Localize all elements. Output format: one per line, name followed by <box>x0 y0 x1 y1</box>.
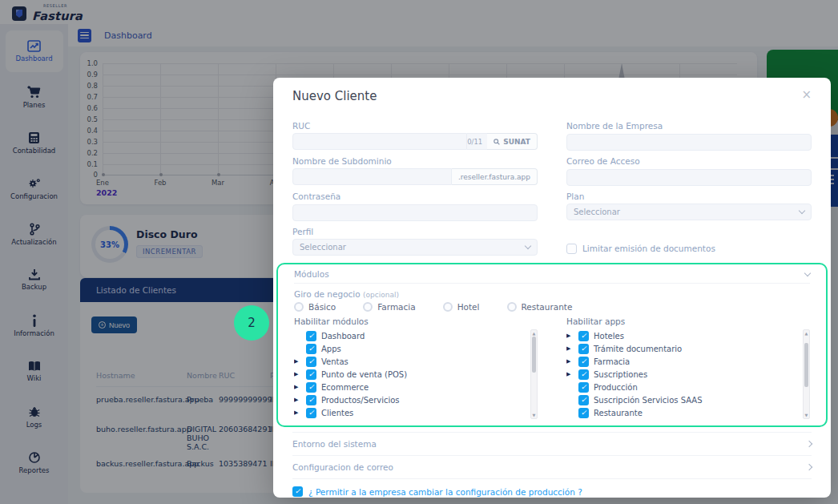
limitar-checkbox[interactable] <box>566 244 577 254</box>
app-checkbox[interactable]: ✓ <box>578 408 589 418</box>
chevron-right-icon <box>806 464 812 470</box>
limitar-label: Limitar emisión de documentos <box>582 244 715 253</box>
subdominio-label: Nombre de Subdominio <box>292 156 538 166</box>
correo-input[interactable] <box>566 169 812 186</box>
modules-section-highlight: Módulos Giro de negocio (opcional) Básic… <box>276 263 828 427</box>
apps-column: Habilitar apps ▶✓Hoteles ▶✓Trámite docum… <box>566 317 810 419</box>
apps-tree: ▶✓Hoteles ▶✓Trámite documentario ▶✓Farma… <box>566 329 810 419</box>
modules-scrollbar[interactable]: ▲▼ <box>530 329 538 419</box>
perfil-label: Perfil <box>292 227 538 236</box>
expand-icon[interactable]: ▶ <box>294 358 301 365</box>
search-icon <box>494 139 500 145</box>
scroll-thumb[interactable] <box>804 343 808 387</box>
modules-column-title: Habilitar módulos <box>294 317 538 326</box>
perfil-select[interactable]: Seleccionar <box>292 239 538 256</box>
produccion-checkbox[interactable]: ✓ <box>292 486 303 497</box>
modules-column: Habilitar módulos ▶✓Dashboard ▶✓Apps ▶✓V… <box>294 317 538 419</box>
section-correo[interactable]: Configuracion de correo <box>292 455 812 478</box>
ruc-label: RUC <box>292 121 538 131</box>
app-checkbox[interactable]: ✓ <box>578 331 589 341</box>
chevron-down-icon <box>804 269 811 276</box>
module-checkbox[interactable]: ✓ <box>306 357 316 367</box>
subdominio-field: Nombre de Subdominio .reseller.fastura.a… <box>292 156 538 186</box>
radio-icon <box>294 302 304 312</box>
app-checkbox[interactable]: ✓ <box>578 344 589 354</box>
ruc-input[interactable] <box>292 133 467 150</box>
apps-scrollbar[interactable]: ▲▼ <box>803 329 810 419</box>
subdominio-input[interactable] <box>292 168 452 185</box>
giro-options: Básico Farmacia Hotel Restaurante <box>294 302 810 312</box>
radio-icon <box>507 302 517 312</box>
correo-field: Correo de Acceso <box>566 156 812 186</box>
produccion-label: ¿ Permitir a la empresa cambiar la confi… <box>308 487 582 497</box>
expand-icon[interactable]: ▶ <box>566 345 574 352</box>
expand-icon[interactable]: ▶ <box>294 371 301 377</box>
expand-icon[interactable]: ▶ <box>294 409 301 416</box>
app-checkbox[interactable]: ✓ <box>578 369 589 380</box>
expand-icon[interactable]: ▶ <box>294 397 301 403</box>
plan-label: Plan <box>566 192 812 201</box>
radio-hotel[interactable]: Hotel <box>443 302 480 312</box>
tour-step-badge: 2 <box>234 305 269 341</box>
module-checkbox[interactable]: ✓ <box>306 344 316 354</box>
expand-icon[interactable]: ▶ <box>566 333 574 339</box>
modal-title: Nuevo Cliente <box>292 89 377 103</box>
apps-column-title: Habilitar apps <box>566 317 810 326</box>
new-client-modal: Nuevo Cliente × RUC 0/11 SUNAT Nombre de… <box>273 78 831 498</box>
modules-section-header[interactable]: Módulos <box>294 269 810 284</box>
module-checkbox[interactable]: ✓ <box>306 408 316 418</box>
plan-select[interactable]: Seleccionar <box>566 204 812 220</box>
contrasena-label: Contraseña <box>292 192 538 201</box>
expand-icon[interactable]: ▶ <box>566 358 574 365</box>
scroll-down-icon[interactable]: ▼ <box>531 413 537 417</box>
sunat-button[interactable]: SUNAT <box>487 133 538 150</box>
module-checkbox[interactable]: ✓ <box>306 382 316 393</box>
contrasena-input[interactable] <box>292 204 538 221</box>
app-checkbox[interactable]: ✓ <box>578 357 589 367</box>
giro-label: Giro de negocio (opcional) <box>294 289 810 299</box>
module-checkbox[interactable]: ✓ <box>306 369 316 380</box>
scroll-up-icon[interactable]: ▲ <box>531 331 537 336</box>
expand-icon[interactable]: ▶ <box>566 371 574 377</box>
correo-label: Correo de Acceso <box>566 156 812 166</box>
chevron-down-icon <box>525 243 531 249</box>
radio-icon <box>363 302 373 312</box>
section-entorno[interactable]: Entorno del sistema <box>292 432 812 455</box>
radio-basico[interactable]: Básico <box>294 302 336 312</box>
expand-icon[interactable]: ▶ <box>294 384 301 390</box>
radio-restaurante[interactable]: Restaurante <box>507 302 573 312</box>
module-checkbox[interactable]: ✓ <box>306 331 316 341</box>
ruc-counter: 0/11 <box>467 133 487 150</box>
chevron-down-icon <box>799 208 805 214</box>
app-checkbox[interactable]: ✓ <box>578 395 589 405</box>
empresa-label: Nombre de la Empresa <box>566 121 812 131</box>
scroll-up-icon[interactable]: ▲ <box>804 331 809 336</box>
chevron-right-icon <box>806 441 812 447</box>
ruc-field: RUC 0/11 SUNAT <box>292 121 538 151</box>
empresa-field: Nombre de la Empresa <box>566 121 812 151</box>
plan-field: Plan Seleccionar <box>566 192 812 221</box>
app-window: reseller Fastura Dashboard Planes Contab… <box>0 0 838 504</box>
limitar-checkbox-row: Limitar emisión de documentos <box>566 227 812 256</box>
radio-farmacia[interactable]: Farmacia <box>363 302 415 312</box>
modules-tree: ▶✓Dashboard ▶✓Apps ▶✓Ventas ▶✓Punto de v… <box>294 329 538 419</box>
produccion-checkbox-row: ✓ ¿ Permitir a la empresa cambiar la con… <box>292 478 812 497</box>
subdominio-suffix: .reseller.fastura.app <box>452 168 538 185</box>
empresa-input[interactable] <box>566 134 812 151</box>
radio-icon <box>443 302 453 312</box>
scroll-down-icon[interactable]: ▼ <box>804 413 809 417</box>
perfil-field: Perfil Seleccionar <box>292 227 538 256</box>
close-icon[interactable]: × <box>801 89 812 101</box>
contrasena-field: Contraseña <box>292 192 538 221</box>
module-checkbox[interactable]: ✓ <box>306 395 316 405</box>
app-checkbox[interactable]: ✓ <box>578 382 589 393</box>
scroll-thumb[interactable] <box>532 337 536 373</box>
